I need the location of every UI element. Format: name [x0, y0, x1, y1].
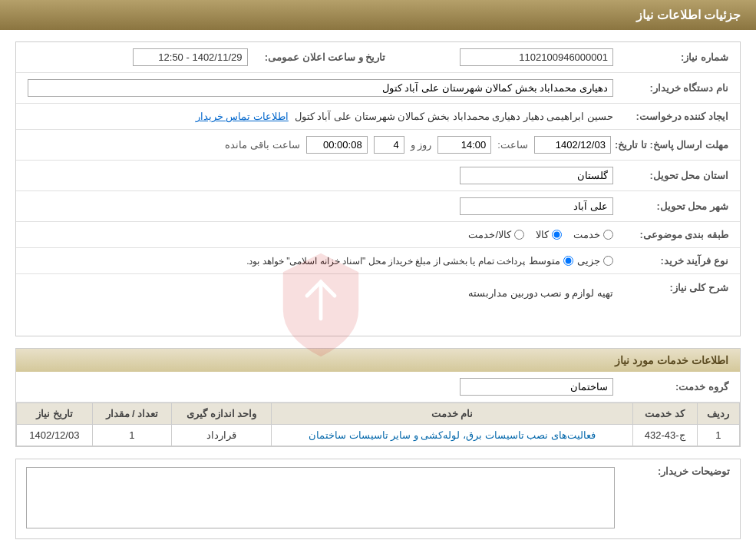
cell-qty: 1 — [92, 425, 171, 446]
page-container: جزئیات اطلاعات نیاز شماره نیاز: 11021009… — [0, 0, 756, 540]
category-radio-service[interactable] — [603, 230, 613, 240]
need-number-row: شماره نیاز: 1102100946000001 تاریخ و ساع… — [16, 42, 740, 73]
page-title: جزئیات اطلاعات نیاز — [15, 8, 741, 22]
need-number-label: شماره نیاز: — [617, 51, 732, 63]
contact-link[interactable]: اطلاعات تماس خریدار — [196, 111, 289, 122]
table-row: 1 ج-43-432 فعالیت‌های نصب تاسیسات برق، ل… — [17, 425, 740, 446]
purchase-type-row: نوع فرآیند خرید: جزیی متوسط پرداخت تمام … — [16, 248, 740, 274]
category-radio-goods[interactable] — [552, 230, 562, 240]
purchase-type-medium[interactable]: متوسط — [529, 255, 573, 267]
category-row: طبقه بندی موضوعی: خدمت کالا کالا/خدمت — [16, 222, 740, 248]
services-table-header-row: ردیف کد خدمت نام خدمت واحد اندازه گیری ت… — [17, 403, 740, 425]
header-bar: جزئیات اطلاعات نیاز — [0, 0, 756, 30]
deadline-row: مهلت ارسال پاسخ: تا تاریخ: ساعت: روز و س… — [16, 130, 740, 161]
city-label: شهر محل تحویل: — [617, 200, 732, 212]
purchase-type-label-medium: متوسط — [529, 255, 560, 267]
deadline-remaining-input[interactable] — [306, 136, 368, 154]
services-section: اطلاعات خدمات مورد نیاز گروه خدمت: ردیف … — [15, 348, 741, 447]
creator-value: حسین ابراهیمی دهیار دهیاری محمداباد بخش … — [295, 111, 613, 122]
city-input[interactable] — [460, 197, 613, 215]
cell-unit: قرارداد — [172, 425, 272, 446]
content-area: شماره نیاز: 1102100946000001 تاریخ و ساع… — [0, 30, 756, 540]
col-header-code: کد خدمت — [632, 403, 697, 425]
purchase-type-partial[interactable]: جزیی — [577, 255, 613, 267]
cell-date: 1402/12/03 — [17, 425, 93, 446]
purchase-type-radio-partial[interactable] — [603, 256, 613, 266]
announce-date-value-cell: 1402/11/29 - 12:50 — [24, 47, 252, 68]
buyer-notes-label: توضیحات خریدار: — [619, 465, 734, 477]
deadline-days-input[interactable] — [374, 136, 404, 154]
service-group-value-cell — [24, 376, 617, 397]
description-row: شرح کلی نیاز: تهیه لوازم و نصب دوربین مد… — [16, 274, 740, 336]
category-option-service[interactable]: خدمت — [573, 229, 613, 240]
col-header-name: نام خدمت — [272, 403, 632, 425]
main-info-section: شماره نیاز: 1102100946000001 تاریخ و ساع… — [15, 41, 741, 336]
purchase-type-label-partial: جزیی — [577, 255, 600, 267]
province-value-cell — [24, 165, 617, 186]
deadline-time-label: ساعت: — [497, 139, 528, 151]
purchase-type-label: نوع فرآیند خرید: — [617, 255, 732, 267]
announce-date-label: تاریخ و ساعت اعلان عمومی: — [252, 51, 390, 63]
category-option-goods[interactable]: کالا — [536, 229, 562, 240]
deadline-date-input[interactable] — [534, 136, 611, 154]
cell-name: فعالیت‌های نصب تاسیسات برق، لوله‌کشی و س… — [272, 425, 632, 446]
services-table: ردیف کد خدمت نام خدمت واحد اندازه گیری ت… — [16, 403, 740, 446]
deadline-day-label: روز و — [411, 139, 432, 151]
category-value-cell: خدمت کالا کالا/خدمت — [24, 227, 617, 242]
province-row: استان محل تحویل: — [16, 161, 740, 191]
deadline-remaining-label: ساعت باقی مانده — [225, 139, 299, 151]
col-header-date: تاریخ نیاز — [17, 403, 93, 425]
col-header-row: ردیف — [697, 403, 739, 425]
deadline-time-input[interactable] — [437, 136, 491, 154]
service-group-input[interactable] — [460, 378, 613, 396]
description-label: شرح کلی نیاز: — [617, 282, 732, 293]
category-label-goods: کالا — [536, 229, 549, 240]
category-label-service: خدمت — [573, 229, 600, 240]
buyer-org-input[interactable] — [28, 79, 613, 97]
creator-label: ایجاد کننده درخواست: — [617, 111, 732, 122]
buyer-notes-textarea[interactable] — [26, 467, 615, 528]
col-header-unit: واحد اندازه گیری — [172, 403, 272, 425]
services-section-title: اطلاعات خدمات مورد نیاز — [16, 349, 740, 372]
city-value-cell — [24, 196, 617, 217]
category-option-both[interactable]: کالا/خدمت — [468, 229, 524, 240]
city-row: شهر محل تحویل: — [16, 191, 740, 222]
deadline-value-cell: ساعت: روز و ساعت باقی مانده — [24, 134, 615, 155]
buyer-org-row: نام دستگاه خریدار: — [16, 73, 740, 104]
description-value-cell: تهیه لوازم و نصب دوربین مداربسته — [24, 282, 617, 328]
category-label: طبقه بندی موضوعی: — [617, 229, 732, 240]
category-label-both: کالا/خدمت — [468, 229, 511, 240]
purchase-type-radio-medium[interactable] — [563, 256, 573, 266]
service-group-row: گروه خدمت: — [16, 372, 740, 403]
province-label: استان محل تحویل: — [617, 170, 732, 181]
deadline-label: مهلت ارسال پاسخ: تا تاریخ: — [615, 139, 732, 151]
buyer-notes-value-cell — [22, 465, 619, 532]
creator-value-cell: حسین ابراهیمی دهیار دهیاری محمداباد بخش … — [24, 109, 617, 124]
need-number-value: 1102100946000001 — [460, 48, 613, 66]
buyer-org-label: نام دستگاه خریدار: — [617, 82, 732, 94]
province-input[interactable] — [460, 167, 613, 184]
col-header-qty: تعداد / مقدار — [92, 403, 171, 425]
service-group-label: گروه خدمت: — [617, 381, 732, 393]
cell-code: ج-43-432 — [632, 425, 697, 446]
buyer-notes-row: توضیحات خریدار: — [15, 459, 741, 539]
category-radio-both[interactable] — [514, 230, 524, 240]
need-number-value-cell: 1102100946000001 — [390, 47, 618, 68]
watermark-icon — [275, 250, 367, 360]
creator-row: ایجاد کننده درخواست: حسین ابراهیمی دهیار… — [16, 104, 740, 130]
cell-row: 1 — [697, 425, 739, 446]
announce-date-value: 1402/11/29 - 12:50 — [133, 48, 248, 66]
buyer-org-value-cell — [24, 78, 617, 98]
